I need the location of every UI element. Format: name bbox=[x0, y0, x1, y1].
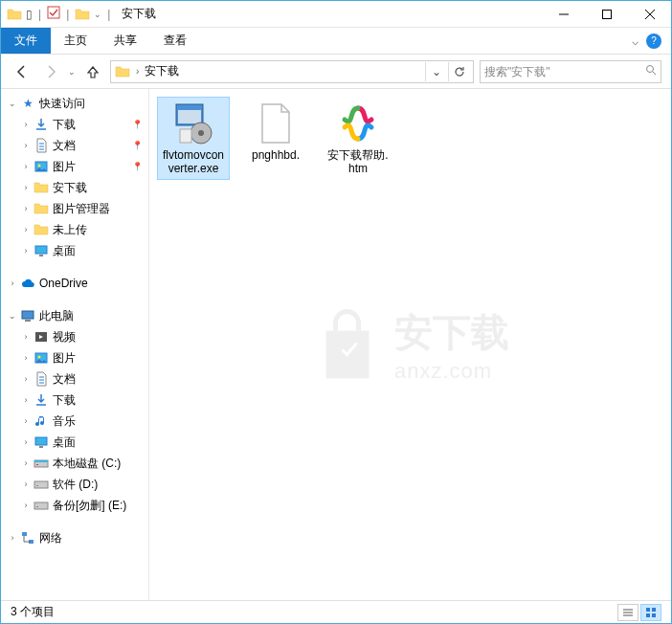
file-item[interactable]: flvtomovconverter.exe bbox=[157, 97, 230, 180]
svg-rect-38 bbox=[646, 608, 650, 612]
search-input[interactable] bbox=[484, 65, 645, 78]
chevron-right-icon[interactable]: › bbox=[20, 395, 32, 405]
chevron-right-icon[interactable]: › bbox=[20, 374, 32, 384]
file-name: 安下载帮助.htm bbox=[325, 148, 391, 176]
sidebar-item[interactable]: ›安下载 bbox=[1, 177, 148, 198]
chevron-right-icon[interactable]: › bbox=[7, 533, 18, 543]
breadcrumb-dropdown-icon[interactable]: ⌄ bbox=[425, 62, 446, 81]
svg-rect-11 bbox=[22, 311, 34, 319]
icons-view-button[interactable] bbox=[640, 604, 661, 621]
svg-rect-40 bbox=[646, 613, 650, 617]
sidebar-network[interactable]: › 网络 bbox=[1, 527, 148, 548]
file-pane[interactable]: flvtomovconverter.exepnghhbd.安下载帮助.htm 安… bbox=[149, 89, 671, 600]
back-button[interactable] bbox=[11, 60, 34, 83]
chevron-down-icon[interactable]: ⌄ bbox=[7, 99, 18, 108]
qat-dropdown-icon[interactable]: ⌄ bbox=[94, 10, 101, 19]
svg-rect-9 bbox=[35, 246, 47, 254]
forward-button[interactable] bbox=[39, 60, 62, 83]
maximize-button[interactable] bbox=[585, 1, 628, 28]
chevron-right-icon[interactable]: › bbox=[20, 416, 32, 426]
sidebar-item[interactable]: ›图片 bbox=[1, 347, 148, 368]
sidebar-item[interactable]: ›备份[勿删] (E:) bbox=[1, 495, 148, 516]
chevron-right-icon[interactable]: › bbox=[20, 120, 32, 129]
sidebar-item[interactable]: ›音乐 bbox=[1, 411, 148, 432]
qat-checkbox-icon[interactable] bbox=[47, 6, 60, 22]
up-button[interactable] bbox=[81, 60, 104, 83]
svg-rect-0 bbox=[48, 7, 59, 18]
close-button[interactable] bbox=[628, 1, 671, 28]
file-item[interactable]: 安下载帮助.htm bbox=[322, 97, 394, 180]
svg-point-8 bbox=[38, 165, 41, 167]
chevron-right-icon[interactable]: › bbox=[20, 501, 32, 510]
sidebar-quick-access[interactable]: ⌄ ★ 快速访问 bbox=[1, 93, 148, 114]
sidebar-item[interactable]: ›下载📍 bbox=[1, 114, 148, 135]
sidebar-item[interactable]: ›文档📍 bbox=[1, 135, 148, 156]
folder-icon bbox=[34, 222, 49, 237]
tab-share[interactable]: 共享 bbox=[101, 28, 150, 54]
chevron-right-icon[interactable]: › bbox=[20, 246, 32, 256]
chevron-right-icon[interactable]: › bbox=[20, 458, 32, 468]
search-input-wrapper[interactable] bbox=[480, 60, 661, 83]
recent-dropdown-icon[interactable]: ⌄ bbox=[68, 67, 76, 77]
chevron-right-icon[interactable]: › bbox=[20, 162, 32, 171]
chevron-down-icon[interactable]: ⌄ bbox=[7, 311, 18, 321]
svg-rect-10 bbox=[39, 255, 43, 256]
refresh-button[interactable] bbox=[448, 62, 469, 81]
sidebar-item[interactable]: ›图片📍 bbox=[1, 156, 148, 177]
sidebar-item[interactable]: ›本地磁盘 (C:) bbox=[1, 453, 148, 474]
sidebar-item[interactable]: ›下载 bbox=[1, 390, 148, 411]
sidebar-item[interactable]: ›文档 bbox=[1, 368, 148, 390]
sidebar-this-pc[interactable]: ⌄ 此电脑 bbox=[1, 305, 148, 326]
chevron-right-icon[interactable]: › bbox=[7, 279, 18, 288]
chevron-right-icon[interactable]: › bbox=[20, 353, 32, 363]
details-view-button[interactable] bbox=[617, 604, 638, 621]
file-item[interactable]: pnghhbd. bbox=[239, 97, 312, 180]
file-icon bbox=[253, 100, 299, 146]
sidebar-item-label: 安下载 bbox=[53, 180, 87, 196]
sidebar-item[interactable]: ›桌面 bbox=[1, 432, 148, 453]
minimize-button[interactable] bbox=[542, 1, 585, 28]
sidebar-item[interactable]: ›图片管理器 bbox=[1, 198, 148, 219]
statusbar: 3 个项目 bbox=[1, 600, 671, 623]
tab-file[interactable]: 文件 bbox=[1, 28, 51, 54]
pictures-icon bbox=[34, 159, 49, 174]
svg-rect-33 bbox=[180, 129, 191, 143]
tab-view[interactable]: 查看 bbox=[150, 28, 200, 54]
sidebar-item[interactable]: ›桌面 bbox=[1, 240, 148, 261]
sidebar-item-label: 桌面 bbox=[53, 243, 76, 259]
ribbon: 文件 主页 共享 查看 ⌵ ? bbox=[1, 28, 671, 55]
breadcrumb-segment[interactable]: 安下载 bbox=[145, 63, 179, 79]
sidebar-item-label: 软件 (D:) bbox=[53, 477, 98, 493]
svg-rect-21 bbox=[34, 481, 48, 488]
sidebar: ⌄ ★ 快速访问 ›下载📍›文档📍›图片📍›安下载›图片管理器›未上传›桌面 ›… bbox=[1, 89, 149, 600]
svg-rect-41 bbox=[652, 613, 656, 617]
drive-icon bbox=[34, 477, 49, 492]
chevron-right-icon[interactable]: › bbox=[20, 437, 32, 447]
breadcrumb[interactable]: › 安下载 ⌄ bbox=[110, 60, 474, 83]
window-title: 安下载 bbox=[122, 6, 156, 22]
sidebar-item[interactable]: ›视频 bbox=[1, 326, 148, 347]
svg-rect-17 bbox=[39, 446, 43, 448]
svg-rect-19 bbox=[34, 460, 48, 462]
chevron-right-icon[interactable]: › bbox=[134, 66, 141, 77]
chevron-right-icon[interactable]: › bbox=[20, 183, 32, 192]
sidebar-item[interactable]: ›未上传 bbox=[1, 219, 148, 240]
chevron-right-icon[interactable]: › bbox=[20, 141, 32, 150]
chevron-right-icon[interactable]: › bbox=[20, 332, 32, 342]
desktop-icon bbox=[34, 243, 49, 258]
expand-ribbon-icon[interactable]: ⌵ bbox=[632, 34, 638, 48]
search-icon[interactable] bbox=[645, 64, 657, 78]
chevron-right-icon[interactable]: › bbox=[20, 204, 32, 213]
chevron-right-icon[interactable]: › bbox=[20, 479, 32, 489]
sidebar-item-label: 下载 bbox=[53, 392, 76, 409]
document-icon bbox=[34, 138, 49, 153]
sidebar-item[interactable]: ›软件 (D:) bbox=[1, 474, 148, 495]
chevron-right-icon[interactable]: › bbox=[20, 225, 32, 234]
tab-home[interactable]: 主页 bbox=[51, 28, 101, 54]
svg-rect-24 bbox=[36, 506, 38, 507]
svg-rect-23 bbox=[34, 502, 48, 509]
sidebar-onedrive[interactable]: › OneDrive bbox=[1, 273, 148, 294]
svg-rect-30 bbox=[178, 110, 201, 123]
qat-item[interactable]: ▯ bbox=[26, 8, 33, 21]
help-icon[interactable]: ? bbox=[646, 33, 661, 49]
